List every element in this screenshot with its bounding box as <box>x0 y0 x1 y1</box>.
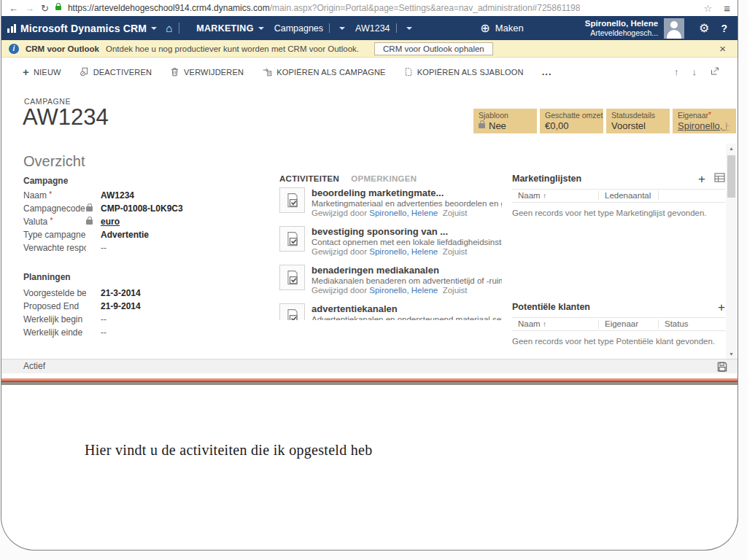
header-field-eigenaar[interactable]: Eigenaar* Spironello, He <box>673 109 736 133</box>
nav-area-marketing[interactable]: MARKETING <box>196 23 263 34</box>
chevron-down-icon <box>406 27 412 30</box>
notification-bar: i CRM voor Outlook Ontdek hoe u nog prod… <box>1 40 738 58</box>
info-icon: i <box>9 44 19 54</box>
chevron-down-icon <box>258 27 264 30</box>
field-valuta[interactable]: Valuta * euro <box>23 215 264 228</box>
column-naam[interactable]: Naam ↑ <box>512 191 598 201</box>
open-grid-icon[interactable] <box>714 172 725 185</box>
form-body: Overzicht Campagne Naam * AW1234 Campagn… <box>1 144 738 359</box>
activity-title[interactable]: beoordeling marketingmate... <box>311 187 502 198</box>
browser-menu-icon[interactable]: ≡ <box>724 2 730 15</box>
add-marketinglist-button[interactable]: + <box>698 173 705 185</box>
field-proposed-end[interactable]: Proposed End 21-9-2014 <box>23 300 264 313</box>
get-crm-outlook-button[interactable]: CRM voor Outlook ophalen <box>374 42 493 55</box>
nav-entity-campagnes[interactable]: Campagnes <box>274 23 345 34</box>
add-potential-customer-button[interactable]: + <box>718 301 725 314</box>
copy-as-template-button[interactable]: KOPIËREN ALS SJABLOON <box>404 67 524 77</box>
command-bar: +NIEUW DEACTIVEREN VERWIJDEREN KOPIËREN … <box>1 58 738 85</box>
delete-button[interactable]: VERWIJDEREN <box>170 67 244 77</box>
scroll-up-icon[interactable]: ↑ <box>674 66 679 77</box>
browser-chrome: ← → ↻ https://arteveldehogeschool914.crm… <box>1 0 738 16</box>
field-value: 21-9-2014 <box>101 301 141 311</box>
scrollbar-down-icon[interactable]: ▼ <box>726 351 737 357</box>
header-field-sjabloon[interactable]: Sjabloon Nee <box>473 109 537 133</box>
field-value: -- <box>101 327 107 338</box>
field-naam[interactable]: Naam * AW1234 <box>23 189 264 202</box>
close-icon[interactable]: × <box>719 42 726 55</box>
browser-reload-icon[interactable]: ↻ <box>41 3 49 14</box>
field-werkelijk-einde[interactable]: Werkelijk einde -- <box>23 326 264 339</box>
create-button[interactable]: ⊕Maken <box>480 21 523 35</box>
tab-heading-overzicht: Overzicht <box>23 153 85 170</box>
modified-by-link[interactable]: Spironello, Helene <box>369 286 438 295</box>
nav-record-aw1234[interactable]: AW1234 <box>355 23 411 34</box>
activity-description: Contact opnemen met een lokale liefdadig… <box>311 238 502 246</box>
modified-by-link[interactable]: Spironello, Helene <box>369 247 438 256</box>
user-menu[interactable]: Spironello, Helene Arteveldehogesch... <box>585 18 658 39</box>
scrollbar-up-icon[interactable]: ▲ <box>726 146 737 151</box>
modified-prefix: Gewijzigd door <box>311 209 367 217</box>
dynamics-logo-icon <box>7 24 16 33</box>
user-avatar[interactable] <box>664 18 684 39</box>
home-icon[interactable]: ⌂ <box>166 22 172 34</box>
header-field-geschatte-omzet[interactable]: Geschatte omzet €0,00 <box>540 109 603 133</box>
activity-title[interactable]: advertentiekanalen <box>311 303 502 314</box>
save-icon[interactable] <box>717 362 727 375</box>
nav-record-label: AW1234 <box>355 23 390 34</box>
bookmark-star-icon[interactable]: ☆ <box>704 3 713 14</box>
activity-title[interactable]: bevestiging sponsoring van ... <box>311 226 502 237</box>
task-icon <box>279 226 305 252</box>
more-commands-button[interactable]: ... <box>542 66 552 77</box>
address-bar[interactable]: https://arteveldehogeschool914.crm4.dyna… <box>68 3 581 13</box>
divider <box>396 23 397 33</box>
lock-icon <box>86 219 93 225</box>
field-campagnecode[interactable]: Campagnecode CMP-01008-L0K9C3 <box>23 202 264 215</box>
activity-item[interactable]: beoordeling marketingmate... Marketingma… <box>279 187 502 217</box>
field-label: Type campagne <box>23 230 85 240</box>
column-empty <box>658 191 725 201</box>
subgrid-column-headers: Naam ↑ Eigenaar Status <box>512 317 725 331</box>
modified-time: Zojuist <box>443 209 468 217</box>
social-pane-tabs: ACTIVITEITEN OPMERKINGEN <box>279 174 417 183</box>
field-value: -- <box>101 243 107 253</box>
field-werkelijk-begin[interactable]: Werkelijk begin -- <box>23 313 264 326</box>
empty-message: Geen records voor het type Marketinglijs… <box>512 209 725 217</box>
copy-as-campaign-button[interactable]: KOPIËREN ALS CAMPAGNE <box>262 67 385 77</box>
record-header: CAMPAGNE AW1234 Sjabloon Nee Geschatte o… <box>1 85 738 144</box>
new-button[interactable]: +NIEUW <box>23 66 61 77</box>
modified-by-link[interactable]: Spironello, Helene <box>369 209 438 217</box>
field-voorgestelde-begin[interactable]: Voorgestelde begin 21-3-2014 <box>23 287 264 300</box>
vertical-scrollbar[interactable]: ▲ ▼ <box>726 144 737 359</box>
user-name: Spironello, Helene <box>585 18 658 28</box>
activity-title[interactable]: benaderingen mediakanalen <box>311 265 502 276</box>
field-value-link[interactable]: euro <box>101 217 120 227</box>
slide-frame: ← → ↻ https://arteveldehogeschool914.crm… <box>1 0 738 551</box>
column-naam[interactable]: Naam ↑ <box>512 319 598 329</box>
field-type-campagne[interactable]: Type campagne Advertentie <box>23 228 264 241</box>
activity-item[interactable]: bevestiging sponsoring van ... Contact o… <box>279 226 502 256</box>
header-field-statusdetails[interactable]: Statusdetails Voorstel <box>606 109 670 133</box>
header-field-label: Sjabloon <box>479 111 532 120</box>
empty-message: Geen records voor het type Potentiële kl… <box>512 337 725 346</box>
brand-menu[interactable]: Microsoft Dynamics CRM <box>20 23 147 34</box>
sort-ascending-icon: ↑ <box>543 192 546 200</box>
gear-icon[interactable]: ⚙ <box>699 21 709 35</box>
column-ledenaantal[interactable]: Ledenaantal <box>598 191 658 201</box>
help-icon[interactable]: ? <box>721 23 727 34</box>
task-icon <box>279 187 305 213</box>
column-status[interactable]: Status <box>658 319 725 329</box>
deactivate-button[interactable]: DEACTIVEREN <box>80 67 152 77</box>
column-eigenaar[interactable]: Eigenaar <box>598 319 658 329</box>
browser-forward-icon[interactable]: → <box>25 3 34 14</box>
popout-icon[interactable] <box>710 66 720 79</box>
browser-back-icon[interactable]: ← <box>9 3 18 14</box>
scrollbar-thumb[interactable] <box>727 155 735 198</box>
tab-opmerkingen[interactable]: OPMERKINGEN <box>351 174 417 183</box>
owner-link[interactable]: Spironello, He <box>678 120 731 131</box>
activity-item[interactable]: advertentiekanalen Advertentiekanalen en… <box>279 303 502 320</box>
field-verwachte-respons[interactable]: Verwachte respons -- <box>23 241 264 254</box>
tab-activiteiten[interactable]: ACTIVITEITEN <box>279 174 339 183</box>
copy-template-label: KOPIËREN ALS SJABLOON <box>417 68 524 77</box>
scroll-down-icon[interactable]: ↓ <box>692 66 697 77</box>
activity-item[interactable]: benaderingen mediakanalen Mediakanalen b… <box>279 265 502 295</box>
